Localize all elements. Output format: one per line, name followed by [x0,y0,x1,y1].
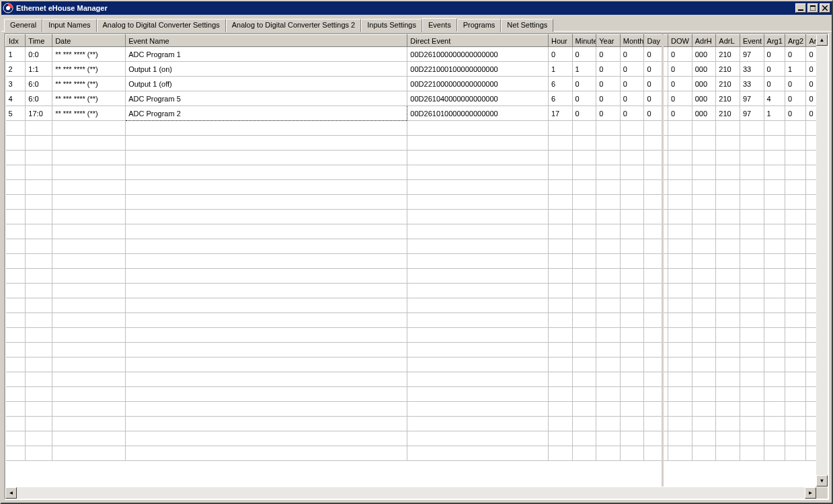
cell-arg1[interactable]: 0 [764,77,785,91]
cell-empty[interactable] [785,284,806,298]
cell-empty[interactable] [52,180,126,195]
cell-empty[interactable] [572,387,596,402]
cell-empty[interactable] [692,210,716,224]
cell-day[interactable]: 0 [644,47,668,62]
cell-empty[interactable] [548,165,572,180]
cell-empty[interactable] [644,328,668,343]
cell-dow[interactable]: 0 [668,91,692,106]
cell-empty[interactable] [620,313,644,328]
vscroll-track[interactable] [816,46,828,475]
cell-empty[interactable] [572,254,596,269]
cell-empty[interactable] [6,298,26,313]
cell-empty[interactable] [620,343,644,358]
cell-empty[interactable] [620,431,644,446]
cell-empty[interactable] [596,328,621,343]
table-row-empty[interactable] [6,136,828,151]
col-header-adrl[interactable]: AdrL [716,35,740,47]
cell-empty[interactable] [620,402,644,417]
cell-empty[interactable] [407,328,549,343]
cell-time[interactable]: 1:1 [26,62,52,77]
cell-idx[interactable]: 5 [6,106,26,121]
cell-empty[interactable] [644,343,668,358]
cell-adrh[interactable]: 000 [692,91,716,106]
col-header-month[interactable]: Month [620,35,644,47]
cell-empty[interactable] [620,446,644,461]
cell-empty[interactable] [126,402,407,417]
cell-empty[interactable] [716,372,740,387]
cell-empty[interactable] [785,313,806,328]
table-row-empty[interactable] [6,446,828,461]
cell-empty[interactable] [785,136,806,151]
cell-empty[interactable] [668,180,692,195]
cell-empty[interactable] [26,372,52,387]
cell-empty[interactable] [596,387,621,402]
table-row-empty[interactable] [6,151,828,165]
cell-empty[interactable] [668,328,692,343]
cell-empty[interactable] [620,136,644,151]
table-row-empty[interactable] [6,417,828,431]
cell-empty[interactable] [740,151,764,165]
cell-event[interactable]: 33 [740,77,764,91]
cell-empty[interactable] [572,269,596,284]
cell-empty[interactable] [740,121,764,136]
cell-empty[interactable] [596,224,621,239]
cell-empty[interactable] [52,446,126,461]
cell-empty[interactable] [668,254,692,269]
cell-date[interactable]: ** *** **** (**) [52,62,126,77]
cell-event_name[interactable]: Output 1 (off) [126,77,407,91]
cell-event_name[interactable]: ADC Program 1 [126,47,407,62]
col-header-arg2[interactable]: Arg2 [785,35,806,47]
cell-empty[interactable] [740,313,764,328]
cell-empty[interactable] [668,298,692,313]
cell-day[interactable]: 0 [644,106,668,121]
cell-event_name[interactable]: Output 1 (on) [126,62,407,77]
cell-empty[interactable] [620,239,644,254]
cell-empty[interactable] [740,328,764,343]
cell-empty[interactable] [407,358,549,372]
cell-empty[interactable] [764,254,785,269]
cell-empty[interactable] [596,121,621,136]
cell-empty[interactable] [644,239,668,254]
cell-empty[interactable] [596,431,621,446]
cell-empty[interactable] [668,446,692,461]
cell-empty[interactable] [26,328,52,343]
cell-empty[interactable] [692,431,716,446]
table-row-empty[interactable] [6,298,828,313]
cell-empty[interactable] [620,298,644,313]
cell-empty[interactable] [407,402,549,417]
cell-empty[interactable] [596,313,621,328]
cell-empty[interactable] [668,387,692,402]
cell-empty[interactable] [716,224,740,239]
cell-dow[interactable]: 0 [668,106,692,121]
cell-empty[interactable] [126,136,407,151]
cell-dow[interactable]: 0 [668,77,692,91]
cell-empty[interactable] [126,431,407,446]
cell-empty[interactable] [668,358,692,372]
col-header-hour[interactable]: Hour [548,35,572,47]
cell-empty[interactable] [26,313,52,328]
cell-empty[interactable] [620,151,644,165]
cell-empty[interactable] [6,313,26,328]
cell-empty[interactable] [644,417,668,431]
col-header-direct_event[interactable]: Direct Event [407,35,549,47]
cell-month[interactable]: 0 [620,106,644,121]
cell-empty[interactable] [668,417,692,431]
cell-empty[interactable] [764,328,785,343]
cell-empty[interactable] [52,387,126,402]
cell-empty[interactable] [668,431,692,446]
cell-event[interactable]: 97 [740,47,764,62]
tab-analog-to-digital-converter-settings-2[interactable]: Analog to Digital Converter Settings 2 [226,19,361,32]
cell-adrh[interactable]: 000 [692,77,716,91]
cell-year[interactable]: 0 [596,77,621,91]
cell-empty[interactable] [620,269,644,284]
cell-adrl[interactable]: 210 [716,47,740,62]
cell-empty[interactable] [740,372,764,387]
cell-empty[interactable] [26,343,52,358]
cell-hour[interactable]: 0 [548,47,572,62]
cell-empty[interactable] [407,121,549,136]
cell-direct_event[interactable]: 00D261040000000000000 [407,91,549,106]
cell-idx[interactable]: 4 [6,91,26,106]
cell-empty[interactable] [52,210,126,224]
cell-empty[interactable] [644,254,668,269]
cell-empty[interactable] [785,387,806,402]
